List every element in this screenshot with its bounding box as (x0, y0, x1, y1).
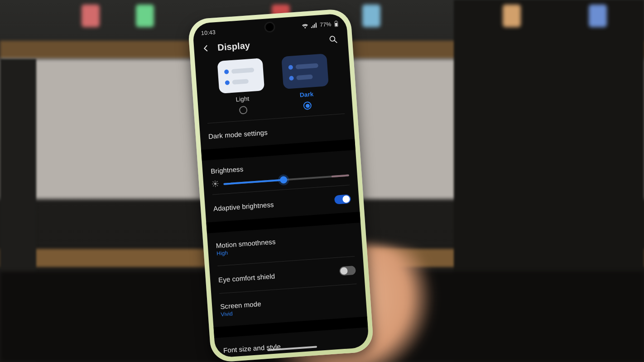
theme-label-light: Light (235, 95, 250, 103)
theme-option-dark[interactable]: Dark (277, 53, 335, 112)
svg-point-5 (214, 182, 217, 185)
row-eye-comfort-shield[interactable]: Eye comfort shield (210, 259, 365, 291)
eye-comfort-shield-toggle[interactable] (339, 266, 356, 276)
svg-line-10 (213, 181, 214, 182)
search-icon (328, 34, 338, 44)
wifi-icon (302, 23, 308, 29)
svg-line-4 (334, 40, 336, 43)
svg-rect-1 (335, 21, 336, 22)
svg-line-11 (217, 185, 218, 186)
theme-label-dark: Dark (299, 90, 313, 98)
eye-comfort-shield-label: Eye comfort shield (218, 272, 275, 284)
theme-radio-dark[interactable] (303, 101, 312, 110)
svg-line-13 (216, 181, 217, 182)
phone-body: 10:43 77% Display (187, 8, 374, 362)
back-button[interactable] (199, 42, 213, 55)
search-button[interactable] (327, 33, 340, 46)
chevron-left-icon (201, 43, 211, 53)
theme-option-light[interactable]: Light (213, 57, 271, 116)
theme-preview-light (217, 58, 264, 94)
adaptive-brightness-toggle[interactable] (334, 194, 351, 204)
dark-mode-settings-label: Dark mode settings (208, 129, 268, 140)
page-title: Display (217, 35, 322, 52)
theme-radio-light[interactable] (239, 106, 248, 114)
svg-rect-2 (335, 23, 337, 26)
brightness-slider[interactable] (223, 174, 349, 185)
brightness-slider-thumb[interactable] (280, 176, 288, 183)
adaptive-brightness-label: Adaptive brightness (213, 200, 274, 212)
brightness-icon (211, 180, 219, 189)
signal-icon (311, 23, 317, 29)
theme-mode-selector: Light Dark (195, 51, 352, 121)
battery-icon (334, 20, 339, 27)
status-clock: 10:43 (201, 29, 216, 36)
theme-preview-dark (281, 53, 329, 89)
phone-screen: 10:43 77% Display (192, 13, 370, 358)
font-size-style-label: Font size and style (223, 343, 281, 354)
svg-line-12 (213, 186, 214, 186)
status-battery-text: 77% (320, 21, 332, 28)
